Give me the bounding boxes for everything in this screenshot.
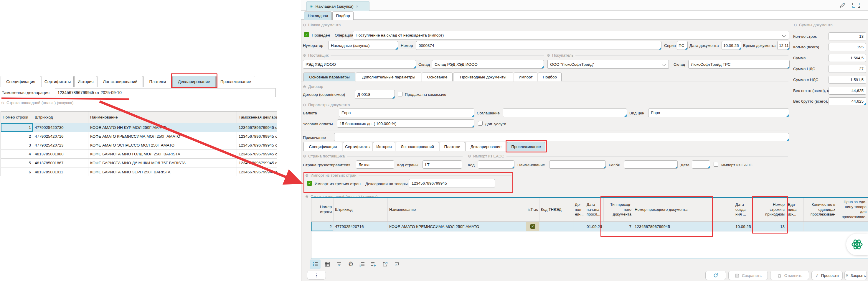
col-header-trace-start[interactable]: Дата начала просл... bbox=[585, 198, 604, 221]
buyer-select[interactable]: ООО "ЛюксСофтТрейд" bbox=[548, 60, 669, 69]
tab-tracing[interactable]: Прослеживание bbox=[216, 76, 255, 87]
collapse-icon[interactable]: ⊖ bbox=[303, 154, 306, 158]
collapse-icon[interactable]: ⊖ bbox=[1, 101, 4, 105]
post-button[interactable]: ✓ Провести bbox=[811, 271, 843, 280]
tab-extra-params[interactable]: Дополнительные параметры bbox=[356, 73, 421, 81]
list-view-icon[interactable] bbox=[310, 260, 320, 269]
series-field[interactable]: ПС bbox=[677, 41, 688, 50]
col-header-istrac[interactable]: isTrac bbox=[526, 198, 539, 221]
country-code-field[interactable]: LT bbox=[423, 161, 462, 169]
col-header-doc-number[interactable]: Номер приходного документа bbox=[633, 198, 713, 221]
table-row[interactable]: 5 4813785001867 КОФЕ БАРИСТА МИО Д/ЧАШКИ… bbox=[1, 159, 277, 167]
tab-tracing[interactable]: Прослеживание bbox=[507, 142, 545, 151]
sum-field-net-weight[interactable]: 44,625 bbox=[829, 87, 866, 95]
tab-basis[interactable]: Основание bbox=[422, 73, 453, 81]
col-header-price-unit[interactable]: Цена за еди- ницу товара для прослеживае… bbox=[837, 198, 868, 221]
numbered-list-icon[interactable]: 123 bbox=[357, 260, 367, 269]
goods-declaration-field[interactable]: 1234567896799945 bbox=[409, 179, 495, 188]
col-header-qty-units[interactable]: Количество в единицах прослеживае- bbox=[804, 198, 837, 221]
tab-specification[interactable]: Спецификация bbox=[1, 76, 41, 87]
collapse-icon[interactable]: ⊖ bbox=[794, 23, 797, 27]
tab-import[interactable]: Импорт bbox=[514, 73, 537, 81]
eaes-import-checkbox[interactable] bbox=[714, 162, 718, 167]
extra-services-checkbox[interactable] bbox=[478, 121, 483, 125]
tab-selection2[interactable]: Подбор bbox=[538, 73, 562, 81]
agreement-field[interactable] bbox=[503, 109, 627, 117]
table-row[interactable]: 3 4779025420723 КОФЕ АМАТО ЭСПРЕССО МОЛ … bbox=[1, 141, 277, 150]
posted-checkbox[interactable]: ✓ bbox=[304, 32, 309, 37]
col-header-created[interactable]: Дата созда- ния ... bbox=[734, 198, 753, 221]
sum-field-gross-weight[interactable]: 44,625 bbox=[829, 97, 866, 105]
table-row[interactable]: 1 4779025420730 КОФЕ АМАТО ИН КУР МОЛ 25… bbox=[1, 123, 277, 132]
tab-specification[interactable]: Спецификация bbox=[304, 142, 342, 151]
payment-terms-field[interactable]: 15 банковских дн. ( 100.000 %) bbox=[337, 119, 474, 128]
col-header-line-number[interactable]: Номер строки bbox=[311, 198, 334, 221]
eaes-code-field[interactable] bbox=[478, 161, 515, 169]
tab-payments[interactable]: Платежи bbox=[144, 76, 172, 87]
eaes-date-field[interactable] bbox=[692, 161, 710, 169]
tab-certificates[interactable]: Сертификаты bbox=[41, 76, 74, 87]
contract-field[interactable]: Д-0018 bbox=[355, 90, 395, 99]
close-tab-icon[interactable]: × bbox=[356, 4, 359, 9]
collapse-icon[interactable]: ⊖ bbox=[303, 103, 306, 107]
open-external-icon[interactable] bbox=[380, 260, 390, 269]
price-kind-field[interactable]: Евро bbox=[648, 109, 789, 117]
doc-time-field[interactable]: 12:11 bbox=[777, 41, 789, 50]
col-header-barcode[interactable]: Штрихкод bbox=[33, 111, 88, 123]
col-header-name[interactable]: Наименование bbox=[388, 198, 526, 221]
collapse-icon[interactable]: ⊖ bbox=[547, 53, 550, 57]
collapse-icon[interactable]: ⊖ bbox=[303, 53, 306, 57]
tab-history[interactable]: История bbox=[373, 142, 395, 151]
currency-field[interactable]: Евро bbox=[339, 109, 474, 117]
operation-select[interactable]: Поступление на склад от нерезидента (имп… bbox=[353, 31, 789, 39]
tab-scan-log[interactable]: Лог сканирований bbox=[396, 142, 439, 151]
supplier-field[interactable]: РЭД ХЭД ИООО bbox=[303, 60, 416, 69]
customs-declaration-field[interactable]: 1234567896799945 от 2025-09-10 bbox=[55, 88, 276, 97]
col-header-unit[interactable]: Еди- ница из-... bbox=[786, 198, 804, 221]
eaes-name-field[interactable] bbox=[549, 161, 606, 169]
gear-icon[interactable]: ⚙ bbox=[346, 259, 356, 268]
col-header-line-number[interactable]: Номер строки bbox=[1, 111, 33, 123]
col-header-barcode[interactable]: Штрихкод bbox=[334, 198, 388, 221]
tab-history[interactable]: История bbox=[74, 76, 97, 87]
collapse-icon[interactable]: ⊖ bbox=[303, 23, 306, 27]
commission-checkbox[interactable] bbox=[398, 92, 402, 96]
collapse-icon[interactable]: ⊖ bbox=[305, 195, 309, 198]
table-row[interactable]: 4 4813785001980 КОФЕ БАРИСТА МИО ГОЛД МО… bbox=[1, 150, 277, 159]
supplier-warehouse-field[interactable]: Склад РЭД ХЭД ИООО bbox=[432, 60, 544, 69]
col-header-name[interactable]: Наименование bbox=[88, 111, 237, 123]
tab-certificates[interactable]: Сертификаты bbox=[343, 142, 372, 151]
save-button[interactable]: Сохранить bbox=[728, 271, 768, 280]
add-lines-icon[interactable] bbox=[368, 260, 378, 269]
collapse-icon[interactable]: ⊖ bbox=[303, 85, 306, 88]
numerator-field[interactable]: Накладные (закупка) bbox=[328, 41, 398, 50]
col-header-empty[interactable] bbox=[713, 198, 734, 221]
filter-icon[interactable] bbox=[334, 260, 344, 269]
tab-declaring[interactable]: Декларирование bbox=[173, 76, 216, 87]
table-row[interactable]: 2 4779025420716 КОФЕ АМАТО КРЕМИССИМА МО… bbox=[1, 132, 277, 141]
sum-field-vat[interactable]: 27 bbox=[829, 65, 866, 73]
number-field[interactable]: 0000374 bbox=[416, 41, 661, 50]
table-row[interactable]: 6 4813785001911 КОФЕ БАРИСТА МИО ЗЕРН 25… bbox=[1, 167, 277, 176]
collapse-icon[interactable]: ⊖ bbox=[305, 173, 309, 177]
table-row[interactable]: 2 4779025420716 КОФЕ АМАТО КРЕМИССИМА МО… bbox=[311, 222, 868, 231]
tab-declaring[interactable]: Декларирование bbox=[466, 142, 506, 151]
assistant-logo-pill[interactable] bbox=[846, 233, 868, 255]
tab-payments[interactable]: Платежи bbox=[440, 142, 465, 151]
restore-corners-icon[interactable] bbox=[852, 2, 860, 8]
tab-derived-docs[interactable]: Производные документы bbox=[453, 73, 513, 81]
eaes-reg-field[interactable] bbox=[624, 161, 678, 169]
buyer-warehouse-field[interactable]: ЛюксСофтТрейд ТРС bbox=[688, 60, 789, 69]
reload-loop-icon[interactable] bbox=[392, 260, 402, 269]
sum-field-with-vat[interactable]: 1 591,5 bbox=[829, 76, 866, 84]
note-field[interactable] bbox=[334, 133, 789, 141]
col-header-additional[interactable]: До- пол- ни-... bbox=[574, 198, 585, 221]
sum-field-qty-total[interactable]: 195 bbox=[829, 43, 866, 51]
consignor-country-field[interactable]: Литва bbox=[356, 161, 394, 169]
edit-pencil-icon[interactable] bbox=[839, 2, 846, 8]
doc-date-field[interactable]: 10.09.25 bbox=[721, 41, 741, 50]
document-tab[interactable]: ◈ Накладная (закупка) × bbox=[306, 1, 370, 11]
col-header-tnved[interactable]: Код ТНВЭД bbox=[539, 198, 574, 221]
col-header-doc-type[interactable]: Тип приход- ного документа bbox=[604, 198, 633, 221]
more-actions-button[interactable]: ⋮ bbox=[307, 271, 326, 280]
